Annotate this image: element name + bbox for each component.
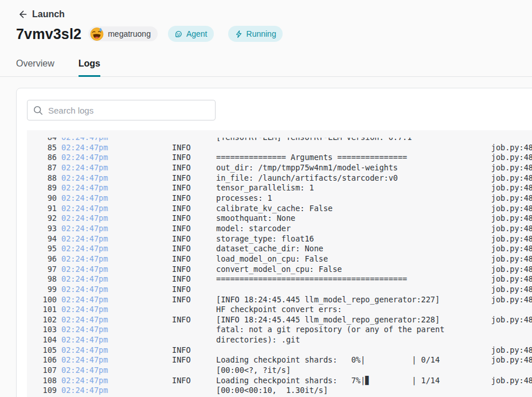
log-timestamp[interactable]: 02:24:47pm: [57, 264, 172, 275]
log-line-number: 108: [27, 376, 57, 386]
log-level: INFO: [172, 274, 216, 285]
log-message: dataset_cache_dir: None: [216, 244, 487, 254]
log-timestamp[interactable]: 02:24:47pm: [57, 163, 172, 173]
log-timestamp[interactable]: 02:24:47pm: [57, 193, 172, 204]
log-message: [00:00<?, ?it/s]: [216, 365, 487, 376]
log-message: model: starcoder: [216, 224, 487, 234]
log-level: INFO: [172, 173, 216, 184]
back-label[interactable]: Launch: [32, 9, 65, 20]
log-line-number: 104: [27, 335, 57, 345]
log-line-number: 97: [27, 264, 57, 275]
log-row: 10602:24:47pmINFOLoading checkpoint shar…: [27, 355, 532, 365]
log-timestamp[interactable]: 02:24:47pm: [57, 365, 172, 376]
log-line-number: 84: [27, 138, 57, 143]
log-line-number: 100: [27, 295, 57, 305]
back-arrow-icon[interactable]: [17, 9, 28, 20]
log-source: job.py:48: [487, 193, 532, 204]
log-line-number: 92: [27, 213, 57, 224]
tab-overview[interactable]: Overview: [16, 54, 54, 76]
owner-name: megatruong: [108, 29, 151, 38]
log-line-number: 94: [27, 234, 57, 244]
log-timestamp[interactable]: 02:24:47pm: [57, 325, 172, 335]
log-message: ========================================…: [216, 274, 487, 285]
log-timestamp[interactable]: 02:24:47pm: [57, 204, 172, 214]
log-row: 10802:24:47pmINFOLoading checkpoint shar…: [27, 376, 532, 386]
log-level: INFO: [172, 254, 216, 264]
owner-pill[interactable]: megatruong: [88, 26, 158, 41]
log-message: in_file: /launch/artifacts/starcoder:v0: [216, 173, 487, 184]
log-message: Loading checkpoint shards: 7%|▊ | 1/14: [216, 376, 487, 386]
log-row: 8802:24:47pmINFOin_file: /launch/artifac…: [27, 173, 532, 184]
log-timestamp[interactable]: 02:24:47pm: [57, 234, 172, 244]
log-source: job.py:48: [487, 234, 532, 244]
log-timestamp[interactable]: 02:24:47pm: [57, 173, 172, 184]
log-timestamp[interactable]: 02:24:47pm: [57, 224, 172, 234]
log-timestamp[interactable]: 02:24:47pm: [57, 153, 172, 163]
log-timestamp[interactable]: 02:24:47pm: [57, 244, 172, 254]
log-row: 8902:24:47pmINFOtensor_parallelism: 1job…: [27, 183, 532, 193]
log-line-number: 106: [27, 355, 57, 365]
log-source: job.py:48: [487, 264, 532, 275]
back-navigation[interactable]: Launch: [0, 0, 532, 20]
log-timestamp[interactable]: 02:24:47pm: [57, 285, 172, 295]
log-message: [INFO 18:24:45.445 llm_model_repo_genera…: [216, 315, 487, 325]
log-level: INFO: [172, 355, 216, 365]
log-line-number: 101: [27, 305, 57, 315]
log-message: out_dir: /tmp/tmpp75w4nm1/model-weights: [216, 163, 487, 173]
log-line-number: 86: [27, 153, 57, 163]
log-line-number: 98: [27, 274, 57, 285]
log-message: HF checkpoint convert errs:: [216, 305, 487, 315]
log-message: [INFO 18:24:45.445 llm_model_repo_genera…: [216, 295, 487, 305]
log-rows: 8402:24:47pm[TensorRT-LLM] TensorRT-LLM …: [27, 138, 532, 397]
log-timestamp[interactable]: 02:24:47pm: [57, 305, 172, 315]
log-timestamp[interactable]: 02:24:47pm: [57, 183, 172, 193]
log-line-number: 96: [27, 254, 57, 264]
log-viewer[interactable]: 8402:24:47pm[TensorRT-LLM] TensorRT-LLM …: [27, 130, 532, 397]
log-source: job.py:48: [487, 295, 532, 305]
log-search-box[interactable]: [27, 100, 216, 120]
log-source: job.py:48: [487, 153, 532, 163]
search-input[interactable]: [48, 106, 209, 115]
log-line-number: 99: [27, 285, 57, 295]
log-message: directories): .git: [216, 335, 487, 345]
log-level: INFO: [172, 193, 216, 204]
logs-panel: 8402:24:47pm[TensorRT-LLM] TensorRT-LLM …: [16, 88, 532, 397]
agent-badge-label: Agent: [186, 29, 208, 38]
log-row: 10502:24:47pmINFOjob.py:48: [27, 345, 532, 356]
lightning-bolt-icon: [234, 30, 243, 38]
log-line-number: 91: [27, 204, 57, 214]
log-message: calibrate_kv_cache: False: [216, 204, 487, 214]
log-row: 10102:24:47pmHF checkpoint convert errs:: [27, 305, 532, 315]
log-timestamp[interactable]: 02:24:47pm: [57, 274, 172, 285]
running-badge-label: Running: [247, 29, 276, 38]
log-source: job.py:48: [487, 204, 532, 214]
log-row: 9402:24:47pmINFOstorage_type: float16job…: [27, 234, 532, 244]
log-message: Loading checkpoint shards: 0%| | 0/14: [216, 355, 487, 365]
log-line-number: 87: [27, 163, 57, 173]
log-row: 8702:24:47pmINFOout_dir: /tmp/tmpp75w4nm…: [27, 163, 532, 173]
log-level: INFO: [172, 153, 216, 163]
log-timestamp[interactable]: 02:24:47pm: [57, 355, 172, 365]
log-timestamp[interactable]: 02:24:47pm: [57, 376, 172, 386]
log-message: convert_model_on_cpu: False: [216, 264, 487, 275]
log-row: 8602:24:47pmINFO=============== Argument…: [27, 153, 532, 163]
log-timestamp[interactable]: 02:24:47pm: [57, 295, 172, 305]
running-status-badge[interactable]: Running: [228, 26, 283, 42]
log-message: fatal: not a git repository (or any of t…: [216, 325, 487, 335]
log-row: 9602:24:47pmINFOload_model_on_cpu: False…: [27, 254, 532, 264]
laughing-sweat-emoji-avatar: [89, 26, 104, 41]
log-message: processes: 1: [216, 193, 487, 204]
log-timestamp[interactable]: 02:24:47pm: [57, 143, 172, 153]
log-message: =============== Arguments ==============…: [216, 153, 487, 163]
log-line-number: 93: [27, 224, 57, 234]
tab-logs[interactable]: Logs: [79, 54, 100, 76]
log-timestamp[interactable]: 02:24:47pm: [57, 315, 172, 325]
log-timestamp[interactable]: 02:24:47pm: [57, 345, 172, 356]
log-timestamp[interactable]: 02:24:47pm: [57, 213, 172, 224]
agent-badge[interactable]: Agent: [168, 26, 214, 42]
log-timestamp[interactable]: 02:24:47pm: [57, 138, 172, 143]
log-timestamp[interactable]: 02:24:47pm: [57, 254, 172, 264]
log-timestamp[interactable]: 02:24:47pm: [57, 335, 172, 345]
log-source: job.py:48: [487, 213, 532, 224]
log-timestamp[interactable]: 02:24:47pm: [57, 386, 172, 396]
